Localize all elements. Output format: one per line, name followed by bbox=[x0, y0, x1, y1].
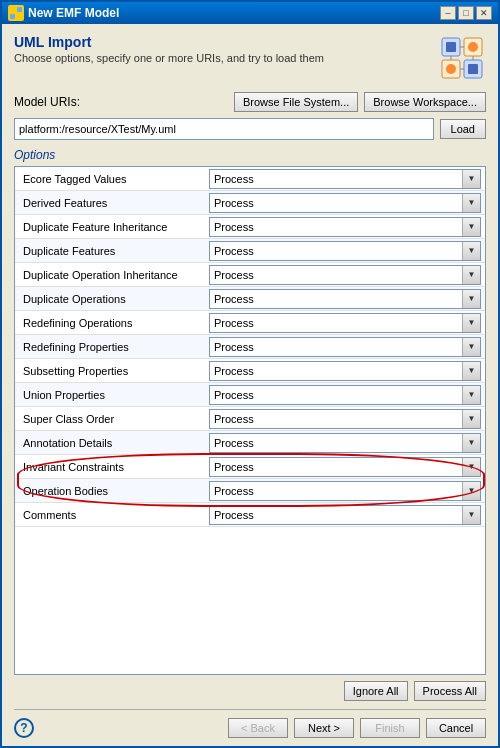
header-section: UML Import Choose options, specify one o… bbox=[14, 34, 486, 82]
maximize-button[interactable]: □ bbox=[458, 6, 474, 20]
content-area: UML Import Choose options, specify one o… bbox=[2, 24, 498, 746]
window-controls: – □ ✕ bbox=[440, 6, 492, 20]
option-row: Duplicate Feature InheritanceProcessIgno… bbox=[15, 215, 485, 239]
load-button[interactable]: Load bbox=[440, 119, 486, 139]
page-subtitle: Choose options, specify one or more URIs… bbox=[14, 52, 438, 64]
svg-point-9 bbox=[446, 64, 456, 74]
select-wrapper: ProcessIgnoreReportDiscard▼ bbox=[209, 313, 481, 333]
select-wrapper: ProcessIgnoreReportDiscard▼ bbox=[209, 241, 481, 261]
option-name: Annotation Details bbox=[19, 437, 209, 449]
emf-icon bbox=[438, 34, 486, 82]
svg-point-7 bbox=[468, 42, 478, 52]
option-select[interactable]: ProcessIgnoreReportDiscard bbox=[209, 457, 481, 477]
option-name: Duplicate Features bbox=[19, 245, 209, 257]
option-row: Invariant ConstraintsProcessIgnoreReport… bbox=[15, 455, 485, 479]
select-wrapper: ProcessIgnoreReportDiscard▼ bbox=[209, 457, 481, 477]
nav-buttons-row: ? < Back Next > Finish Cancel bbox=[14, 709, 486, 738]
option-select[interactable]: ProcessIgnoreReportDiscard bbox=[209, 385, 481, 405]
back-button[interactable]: < Back bbox=[228, 718, 288, 738]
option-select[interactable]: ProcessIgnoreReportDiscard bbox=[209, 409, 481, 429]
help-button[interactable]: ? bbox=[14, 718, 34, 738]
svg-rect-0 bbox=[10, 7, 15, 12]
option-row: Subsetting PropertiesProcessIgnoreReport… bbox=[15, 359, 485, 383]
option-select[interactable]: ProcessIgnoreReportDiscard bbox=[209, 313, 481, 333]
svg-rect-5 bbox=[446, 42, 456, 52]
option-row: Duplicate FeaturesProcessIgnoreReportDis… bbox=[15, 239, 485, 263]
select-wrapper: ProcessIgnoreReportDiscard▼ bbox=[209, 505, 481, 525]
option-row: Duplicate OperationsProcessIgnoreReportD… bbox=[15, 287, 485, 311]
option-row: CommentsProcessIgnoreReportDiscard▼ bbox=[15, 503, 485, 527]
window-title: New EMF Model bbox=[28, 6, 440, 20]
option-row: Redefining PropertiesProcessIgnoreReport… bbox=[15, 335, 485, 359]
close-button[interactable]: ✕ bbox=[476, 6, 492, 20]
next-button[interactable]: Next > bbox=[294, 718, 354, 738]
model-uris-label: Model URIs: bbox=[14, 95, 80, 109]
option-row: Super Class OrderProcessIgnoreReportDisc… bbox=[15, 407, 485, 431]
select-wrapper: ProcessIgnoreReportDiscard▼ bbox=[209, 361, 481, 381]
select-wrapper: ProcessIgnoreReportDiscard▼ bbox=[209, 409, 481, 429]
bottom-buttons-row: Ignore All Process All bbox=[14, 681, 486, 701]
model-uris-row: Model URIs: Browse File System... Browse… bbox=[14, 92, 486, 112]
option-name: Invariant Constraints bbox=[19, 461, 209, 473]
option-name: Union Properties bbox=[19, 389, 209, 401]
option-row: Redefining OperationsProcessIgnoreReport… bbox=[15, 311, 485, 335]
option-name: Redefining Operations bbox=[19, 317, 209, 329]
select-wrapper: ProcessIgnoreReportDiscard▼ bbox=[209, 385, 481, 405]
minimize-button[interactable]: – bbox=[440, 6, 456, 20]
option-select[interactable]: ProcessIgnoreReportDiscard bbox=[209, 217, 481, 237]
main-window: New EMF Model – □ ✕ UML Import Choose op… bbox=[0, 0, 500, 748]
option-select[interactable]: ProcessIgnoreReportDiscard bbox=[209, 361, 481, 381]
uri-input-row: Load bbox=[14, 118, 486, 140]
svg-rect-3 bbox=[17, 14, 22, 19]
option-select[interactable]: ProcessIgnoreReportDiscard bbox=[209, 289, 481, 309]
option-select[interactable]: ProcessIgnoreReportDiscard bbox=[209, 241, 481, 261]
browse-workspace-button[interactable]: Browse Workspace... bbox=[364, 92, 486, 112]
option-select[interactable]: ProcessIgnoreReportDiscard bbox=[209, 169, 481, 189]
select-wrapper: ProcessIgnoreReportDiscard▼ bbox=[209, 265, 481, 285]
select-wrapper: ProcessIgnoreReportDiscard▼ bbox=[209, 169, 481, 189]
option-name: Duplicate Operations bbox=[19, 293, 209, 305]
process-all-button[interactable]: Process All bbox=[414, 681, 486, 701]
option-select[interactable]: ProcessIgnoreReportDiscard bbox=[209, 433, 481, 453]
cancel-button[interactable]: Cancel bbox=[426, 718, 486, 738]
select-wrapper: ProcessIgnoreReportDiscard▼ bbox=[209, 289, 481, 309]
nav-left: ? bbox=[14, 718, 34, 738]
ignore-all-button[interactable]: Ignore All bbox=[344, 681, 408, 701]
page-title: UML Import bbox=[14, 34, 438, 50]
header-text: UML Import Choose options, specify one o… bbox=[14, 34, 438, 64]
option-row: Ecore Tagged ValuesProcessIgnoreReportDi… bbox=[15, 167, 485, 191]
option-row: Derived FeaturesProcessIgnoreReportDisca… bbox=[15, 191, 485, 215]
uri-input[interactable] bbox=[14, 118, 434, 140]
svg-rect-1 bbox=[17, 7, 22, 12]
option-name: Super Class Order bbox=[19, 413, 209, 425]
option-name: Derived Features bbox=[19, 197, 209, 209]
option-row: Union PropertiesProcessIgnoreReportDisca… bbox=[15, 383, 485, 407]
option-row: Duplicate Operation InheritanceProcessIg… bbox=[15, 263, 485, 287]
browse-file-system-button[interactable]: Browse File System... bbox=[234, 92, 358, 112]
option-name: Ecore Tagged Values bbox=[19, 173, 209, 185]
select-wrapper: ProcessIgnoreReportDiscard▼ bbox=[209, 217, 481, 237]
title-bar: New EMF Model – □ ✕ bbox=[2, 2, 498, 24]
option-name: Comments bbox=[19, 509, 209, 521]
finish-button[interactable]: Finish bbox=[360, 718, 420, 738]
option-name: Subsetting Properties bbox=[19, 365, 209, 377]
option-select[interactable]: ProcessIgnoreReportDiscard bbox=[209, 265, 481, 285]
select-wrapper: ProcessIgnoreReportDiscard▼ bbox=[209, 337, 481, 357]
option-select[interactable]: ProcessIgnoreReportDiscard bbox=[209, 481, 481, 501]
option-row: Operation BodiesProcessIgnoreReportDisca… bbox=[15, 479, 485, 503]
nav-right: < Back Next > Finish Cancel bbox=[228, 718, 486, 738]
option-row: Annotation DetailsProcessIgnoreReportDis… bbox=[15, 431, 485, 455]
select-wrapper: ProcessIgnoreReportDiscard▼ bbox=[209, 481, 481, 501]
option-name: Duplicate Operation Inheritance bbox=[19, 269, 209, 281]
option-select[interactable]: ProcessIgnoreReportDiscard bbox=[209, 193, 481, 213]
svg-rect-11 bbox=[468, 64, 478, 74]
window-icon bbox=[8, 5, 24, 21]
option-select[interactable]: ProcessIgnoreReportDiscard bbox=[209, 337, 481, 357]
option-select[interactable]: ProcessIgnoreReportDiscard bbox=[209, 505, 481, 525]
select-wrapper: ProcessIgnoreReportDiscard▼ bbox=[209, 193, 481, 213]
svg-rect-2 bbox=[10, 14, 15, 19]
options-table: Ecore Tagged ValuesProcessIgnoreReportDi… bbox=[14, 166, 486, 675]
select-wrapper: ProcessIgnoreReportDiscard▼ bbox=[209, 433, 481, 453]
option-name: Operation Bodies bbox=[19, 485, 209, 497]
options-label: Options bbox=[14, 148, 486, 162]
